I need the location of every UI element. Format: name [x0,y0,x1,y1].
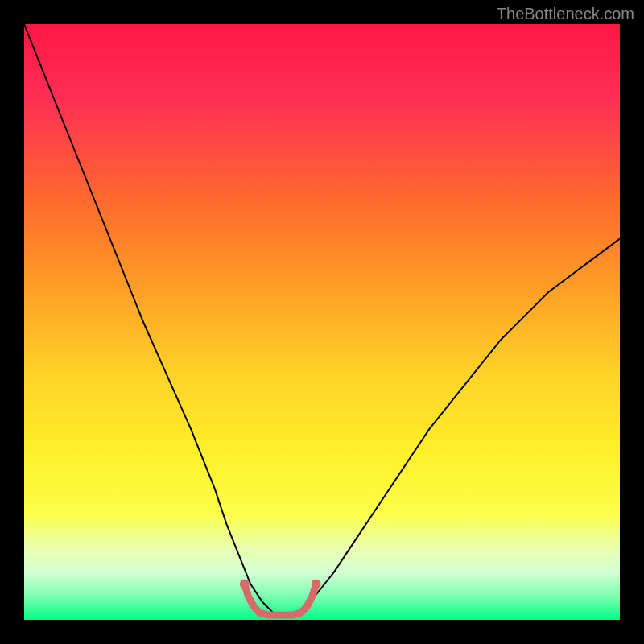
gradient-background [24,24,620,620]
chart-svg [24,24,620,620]
plot-area [24,24,620,620]
series-optimal-marker-dot [240,580,250,589]
chart-container: TheBottleneck.com [0,0,644,644]
series-optimal-marker-dot [312,580,321,589]
watermark-text: TheBottleneck.com [497,5,634,23]
